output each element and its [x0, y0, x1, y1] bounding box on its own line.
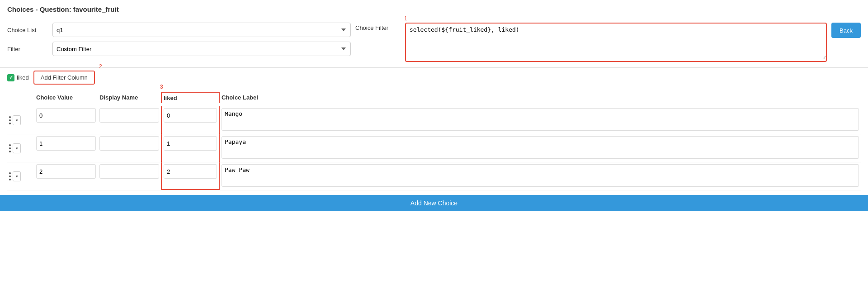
filter-select[interactable]: Custom Filter — [52, 42, 351, 56]
table-row: ▾ Papaya — [7, 134, 861, 162]
liked-checkbox[interactable] — [7, 74, 14, 81]
choice-filter-box: 1 selected(${fruit_liked}, liked) — [405, 23, 827, 62]
choice-value-input-2[interactable] — [36, 164, 96, 179]
table-row: ▾ Mango — [7, 106, 861, 134]
liked-checkbox-wrapper[interactable]: liked — [7, 74, 29, 81]
row-drag-0: ▾ — [7, 106, 34, 134]
display-name-cell-1 — [98, 134, 161, 162]
display-name-cell-0 — [98, 106, 161, 134]
display-name-input-1[interactable] — [99, 136, 159, 151]
choice-label-cell-0: Mango — [220, 106, 861, 134]
table-row: ▾ Paw Paw — [7, 162, 861, 190]
row-drag-1: ▾ — [7, 134, 34, 162]
choice-filter-textarea[interactable]: selected(${fruit_liked}, liked) — [406, 24, 826, 60]
filter-column-area: liked 2 Add Filter Column — [0, 68, 868, 89]
liked-input-1[interactable] — [164, 136, 217, 151]
col-liked-header: 3 liked — [161, 92, 220, 103]
drag-handle-0[interactable] — [9, 116, 11, 124]
drag-handle-2[interactable] — [9, 172, 11, 180]
choice-list-label: Choice List — [7, 27, 48, 33]
add-filter-button-wrapper: 2 Add Filter Column — [33, 71, 95, 85]
liked-cell-0 — [161, 106, 220, 134]
row-dropdown-1[interactable]: ▾ — [13, 143, 21, 153]
choice-value-cell-0 — [34, 106, 98, 134]
annotation-1: 1 — [404, 15, 407, 22]
choice-list-select[interactable]: q1 — [52, 23, 351, 37]
row-dropdown-2[interactable]: ▾ — [13, 171, 21, 181]
back-button[interactable]: Back — [831, 23, 861, 38]
choice-label-textarea-0[interactable]: Mango — [222, 108, 859, 131]
display-name-cell-2 — [98, 162, 161, 190]
choice-value-input-1[interactable] — [36, 136, 96, 151]
page-title: Choices - Question: favourite_fruit — [0, 0, 868, 17]
liked-input-2[interactable] — [164, 164, 217, 179]
table-header: Choice Value Display Name 3 liked Choice… — [7, 89, 861, 106]
choice-value-cell-1 — [34, 134, 98, 162]
choice-label-textarea-2[interactable]: Paw Paw — [222, 164, 859, 187]
col-choice-value-header: Choice Value — [34, 94, 98, 101]
liked-cell-2 — [161, 162, 220, 190]
row-dropdown-0[interactable]: ▾ — [13, 115, 21, 125]
add-new-choice-button[interactable]: Add New Choice — [0, 195, 868, 211]
liked-checkbox-label: liked — [17, 74, 29, 81]
choice-label-textarea-1[interactable]: Papaya — [222, 136, 859, 159]
display-name-input-0[interactable] — [99, 108, 159, 123]
choice-label-cell-1: Papaya — [220, 134, 861, 162]
add-filter-column-button[interactable]: Add Filter Column — [34, 71, 94, 84]
drag-handle-1[interactable] — [9, 144, 11, 152]
col-display-name-header: Display Name — [98, 94, 161, 101]
col-choice-label-header: Choice Label — [220, 94, 861, 101]
liked-input-0[interactable] — [164, 108, 217, 123]
choices-table: Choice Value Display Name 3 liked Choice… — [0, 89, 868, 190]
choice-filter-label: Choice Filter — [355, 23, 401, 31]
annotation-3: 3 — [160, 84, 163, 90]
liked-cell-1 — [161, 134, 220, 162]
row-drag-2: ▾ — [7, 162, 34, 190]
filter-label: Filter — [7, 46, 48, 52]
choice-value-cell-2 — [34, 162, 98, 190]
choice-label-cell-2: Paw Paw — [220, 162, 861, 190]
annotation-2: 2 — [99, 63, 102, 70]
choice-value-input-0[interactable] — [36, 108, 96, 123]
display-name-input-2[interactable] — [99, 164, 159, 179]
